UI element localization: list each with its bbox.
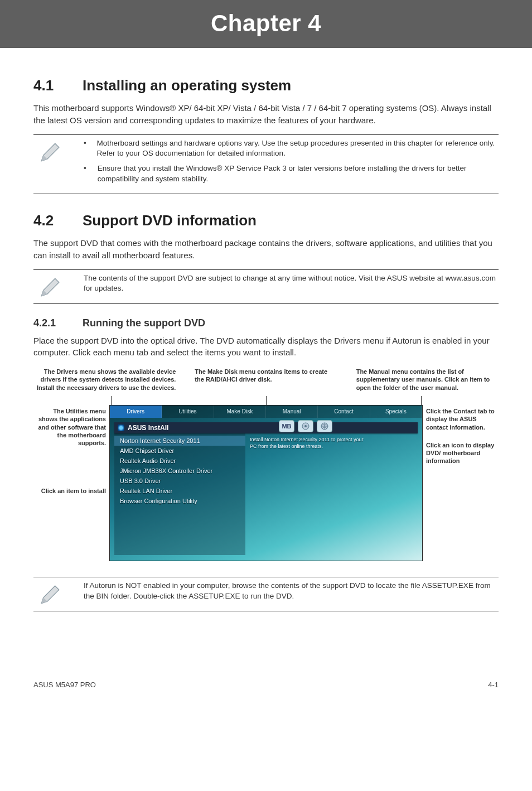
section-4-1-heading: 4.1Installing an operating system <box>33 77 499 94</box>
info-badge-row: MB <box>279 420 332 432</box>
subsection-number: 4.2.1 <box>33 317 83 329</box>
svg-point-1 <box>304 425 307 427</box>
section-4-1-body: This motherboard supports Windows® XP/ 6… <box>33 102 499 127</box>
chapter-banner: Chapter 4 <box>0 0 532 48</box>
page-content: 4.1Installing an operating system This m… <box>0 48 532 647</box>
list-item[interactable]: Browser Configuration Utility <box>114 496 245 506</box>
note-block-4-1: •Motherboard settings and hardware optio… <box>33 134 499 195</box>
list-item[interactable]: Norton Internet Security 2011 <box>114 436 245 446</box>
callout-manual-menu: The Manual menu contains the list of sup… <box>351 368 499 392</box>
callout-info-icons: Click an icon to display DVD/ motherboar… <box>426 441 499 465</box>
globe-info-icon[interactable] <box>317 420 332 432</box>
section-number: 4.2 <box>33 212 83 229</box>
left-callouts: The Utilities menu shows the application… <box>33 405 106 561</box>
dvd-window-screenshot: Drivers Utilities Make Disk Manual Conta… <box>109 405 423 561</box>
asus-install-bar[interactable]: ASUS InstAll <box>114 422 418 433</box>
driver-list: Norton Internet Security 2011 AMD Chipse… <box>114 433 245 555</box>
note-body: If Autorun is NOT enabled in your comput… <box>84 581 499 606</box>
tab-specials[interactable]: Specials <box>370 406 422 418</box>
tab-drivers[interactable]: Drivers <box>110 406 162 418</box>
note-text: Ensure that you install the Windows® XP … <box>98 163 499 185</box>
list-item[interactable]: Realtek LAN Driver <box>114 486 245 496</box>
callout-make-disk-menu: The Make Disk menu contains items to cre… <box>189 368 337 392</box>
tab-manual[interactable]: Manual <box>266 406 318 418</box>
callout-drivers-menu: The Drivers menu shows the available dev… <box>33 368 176 392</box>
dvd-diagram: The Drivers menu shows the available dev… <box>33 368 499 561</box>
list-item[interactable]: JMicron JMB36X Controller Driver <box>114 466 245 476</box>
subsection-4-2-1-heading: 4.2.1Running the support DVD <box>33 317 499 329</box>
driver-description: Install Norton Internet Security 2011 to… <box>250 437 413 450</box>
tab-make-disk[interactable]: Make Disk <box>214 406 266 418</box>
pencil-note-icon <box>33 138 67 190</box>
top-callouts: The Drivers menu shows the available dev… <box>33 368 499 392</box>
note-bullet: •Ensure that you install the Windows® XP… <box>84 163 499 185</box>
page-footer: ASUS M5A97 PRO 4-1 <box>0 647 532 706</box>
list-item[interactable]: USB 3.0 Driver <box>114 476 245 486</box>
section-title-text: Installing an operating system <box>83 77 291 94</box>
dvd-tab-bar: Drivers Utilities Make Disk Manual Conta… <box>110 406 422 418</box>
list-item[interactable]: Realtek Audio Driver <box>114 456 245 466</box>
tab-utilities[interactable]: Utilities <box>162 406 214 418</box>
right-callouts: Click the Contact tab to display the ASU… <box>426 405 499 561</box>
note-text: Motherboard settings and hardware option… <box>96 138 499 160</box>
section-number: 4.1 <box>33 77 83 94</box>
callout-click-item: Click an item to install <box>33 487 106 495</box>
list-item[interactable]: AMD Chipset Driver <box>114 446 245 456</box>
disc-info-icon[interactable] <box>298 420 313 432</box>
section-4-2-heading: 4.2Support DVD information <box>33 212 499 229</box>
tab-contact[interactable]: Contact <box>318 406 370 418</box>
callout-contact-tab: Click the Contact tab to display the ASU… <box>426 407 499 431</box>
mb-info-icon[interactable]: MB <box>279 420 294 432</box>
note-bullet: •Motherboard settings and hardware optio… <box>84 138 499 160</box>
footer-page-number: 4-1 <box>488 681 499 689</box>
subsection-4-2-1-body: Place the support DVD into the optical d… <box>33 335 499 359</box>
callout-utilities-menu: The Utilities menu shows the application… <box>33 407 106 447</box>
note-body: The contents of the support DVD are subj… <box>84 273 499 299</box>
pencil-note-icon <box>33 273 67 299</box>
note-body: •Motherboard settings and hardware optio… <box>84 138 499 190</box>
section-title-text: Support DVD information <box>83 212 257 229</box>
section-4-2-body: The support DVD that comes with the moth… <box>33 237 499 262</box>
subsection-title-text: Running the support DVD <box>83 317 205 329</box>
note-block-4-2: The contents of the support DVD are subj… <box>33 269 499 304</box>
pencil-note-icon <box>33 581 67 606</box>
dvd-right-pane: MB Install Norton Internet Security 2011… <box>245 433 418 555</box>
leader-lines <box>33 396 499 405</box>
note-block-autorun: If Autorun is NOT enabled in your comput… <box>33 577 499 611</box>
footer-product: ASUS M5A97 PRO <box>33 681 96 689</box>
